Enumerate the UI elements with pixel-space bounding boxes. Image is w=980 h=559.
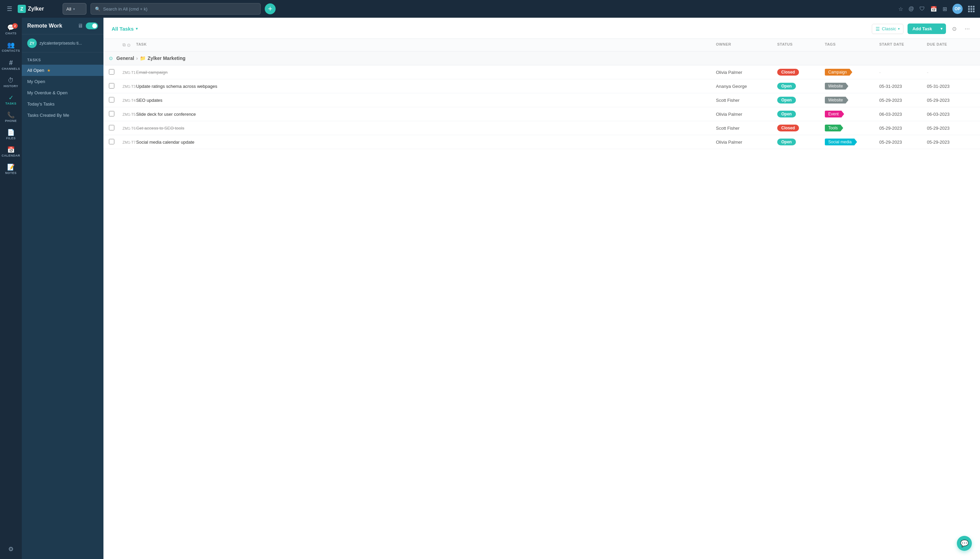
toggle-switch[interactable] (86, 23, 98, 29)
tag-badge[interactable]: Website (825, 83, 848, 89)
scope-dropdown[interactable]: All ▾ (63, 3, 86, 15)
sidebar-nav-my-open[interactable]: My Open (22, 76, 104, 87)
task-name[interactable]: Email campaign (136, 70, 716, 75)
table-row: ZM1-T5 Slide deck for user conference Ol… (104, 107, 980, 121)
task-id: ZM1-T5 (122, 112, 136, 116)
add-task-label: Add Task (907, 23, 937, 34)
sidebar-item-contacts[interactable]: 👥 CONTACTS (1, 39, 21, 55)
topbar-calendar-icon[interactable]: 📅 (931, 6, 937, 12)
task-start-date: 05-29-2023 (879, 126, 927, 131)
shield-icon[interactable]: 🛡 (919, 6, 925, 12)
view-selector[interactable]: ☰ Classic ▾ (872, 24, 904, 34)
star-icon[interactable]: ☆ (898, 6, 903, 12)
dropdown-arrow: ▾ (73, 7, 75, 11)
files-icon: 📄 (7, 129, 15, 136)
all-tasks-dropdown[interactable]: All Tasks ▾ (112, 26, 138, 31)
task-owner: Scott Fisher (716, 98, 777, 103)
task-rows-container: ZM1-T1 Email campaign Olivia Palmer Clos… (104, 65, 980, 149)
search-placeholder: Search in All (cmd + k) (103, 7, 147, 12)
task-checkbox[interactable] (109, 125, 114, 131)
tasks-icon: ✓ (8, 95, 13, 101)
table-header: ⧉ ⊙ TASK OWNER STATUS TAGS START DATE DU… (104, 39, 980, 51)
task-id: ZM1-T3 (122, 84, 136, 89)
task-name[interactable]: Update ratings schema across webpages (136, 84, 716, 89)
sidebar-nav-todays-tasks[interactable]: Today's Tasks (22, 98, 104, 110)
sidebar-item-notes[interactable]: 📝 NOTES (1, 161, 21, 177)
sidebar-item-phone[interactable]: 📞 PHONE (1, 109, 21, 125)
add-task-arrow[interactable]: ▾ (937, 24, 946, 34)
task-name[interactable]: Social media calendar update (136, 140, 716, 145)
calendar-icon: 📅 (7, 147, 15, 153)
breadcrumb-sep: › (136, 56, 138, 61)
sort-icon[interactable]: ⊙ (127, 43, 131, 48)
task-checkbox[interactable] (109, 139, 114, 144)
app-name: Zylker (28, 6, 44, 12)
filter-button[interactable]: ⊙ (950, 23, 959, 34)
task-start-date: 05-29-2023 (879, 140, 927, 145)
task-start-date: 05-31-2023 (879, 84, 927, 89)
task-name[interactable]: SEO updates (136, 98, 716, 103)
table-row: ZM1-T1 Email campaign Olivia Palmer Clos… (104, 65, 980, 79)
task-table: ⧉ ⊙ TASK OWNER STATUS TAGS START DATE DU… (104, 39, 980, 559)
tag-badge[interactable]: Campaign (825, 69, 852, 76)
sidebar-item-history[interactable]: ⏱ HISTORY (1, 74, 21, 91)
apps-grid-icon[interactable] (968, 6, 975, 12)
section-collapse-icon[interactable]: ⊙ (109, 56, 113, 61)
task-checkbox[interactable] (109, 111, 114, 116)
status-badge: Open (777, 139, 796, 146)
copy-icon[interactable]: ⧉ (122, 42, 125, 48)
menu-button[interactable]: ☰ (5, 4, 13, 14)
topbar-layout-icon[interactable]: ⊞ (942, 6, 947, 12)
my-overdue-label: My Overdue & Open (27, 90, 68, 95)
task-checkbox[interactable] (109, 83, 114, 89)
table-row: ZM1-T6 Get access to SEO tools Scott Fis… (104, 121, 980, 135)
status-badge: Open (777, 83, 796, 89)
table-row: ZM1-T3 Update ratings schema across webp… (104, 79, 980, 93)
search-bar[interactable]: 🔍 Search in All (cmd + k) (91, 3, 261, 15)
more-options-button[interactable]: ··· (963, 23, 972, 35)
view-label: Classic (882, 26, 896, 31)
task-due-date: - (927, 70, 975, 75)
chat-fab-icon: 💬 (960, 539, 969, 547)
sidebar-tasks-title: Tasks (22, 53, 104, 64)
monitor-icon[interactable]: 🖥 (78, 23, 83, 29)
star-icon: ★ (47, 68, 51, 73)
section-row: ⊙ General › 📁 Zylker Marketing (104, 51, 980, 65)
user-avatar[interactable]: OP (952, 4, 963, 14)
sidebar-nav-all-open[interactable]: All Open ★ (22, 64, 104, 76)
task-due-date: 05-31-2023 (927, 84, 975, 89)
sidebar-header: Remote Work 🖥 (22, 18, 104, 35)
chat-fab-button[interactable]: 💬 (957, 536, 972, 551)
global-add-button[interactable]: + (265, 3, 276, 14)
sidebar-nav-my-overdue[interactable]: My Overdue & Open (22, 87, 104, 98)
todays-tasks-label: Today's Tasks (27, 101, 54, 107)
sidebar-item-channels[interactable]: # CHANNELS (1, 56, 21, 73)
notes-icon: 📝 (7, 164, 15, 170)
table-row: ZM1-T7 Social media calendar update Oliv… (104, 135, 980, 149)
task-id: ZM1-T7 (122, 140, 136, 144)
task-name[interactable]: Get access to SEO tools (136, 126, 716, 131)
settings-button[interactable]: ⚙ (1, 543, 21, 555)
mention-icon[interactable]: @ (909, 6, 914, 12)
sidebar-item-chats[interactable]: 2 💬 CHATS (1, 22, 21, 38)
sidebar-item-files[interactable]: 📄 FILES (1, 127, 21, 143)
sidebar-item-tasks[interactable]: ✓ TASKS (1, 92, 21, 108)
task-name[interactable]: Slide deck for user conference (136, 112, 716, 117)
contacts-icon: 👥 (7, 42, 15, 48)
tag-badge[interactable]: Website (825, 97, 848, 104)
sidebar-item-calendar[interactable]: 📅 CALENDAR (1, 144, 21, 160)
sidebar-nav-tasks-created[interactable]: Tasks Created By Me (22, 110, 104, 121)
status-badge: Closed (777, 125, 799, 131)
status-badge: Open (777, 111, 796, 117)
sidebar-user-name: zylcalenterprisesolu ti... (40, 41, 82, 46)
task-start-date: - (879, 70, 927, 75)
tag-badge[interactable]: Tools (825, 125, 843, 131)
tasks-created-label: Tasks Created By Me (27, 113, 69, 118)
task-checkbox[interactable] (109, 69, 114, 74)
add-task-button[interactable]: Add Task ▾ (907, 23, 946, 34)
task-checkbox[interactable] (109, 97, 114, 103)
section-project: Zylker Marketing (148, 56, 185, 61)
my-open-label: My Open (27, 79, 45, 84)
tag-badge[interactable]: Social media (825, 139, 857, 146)
tag-badge[interactable]: Event (825, 111, 844, 117)
